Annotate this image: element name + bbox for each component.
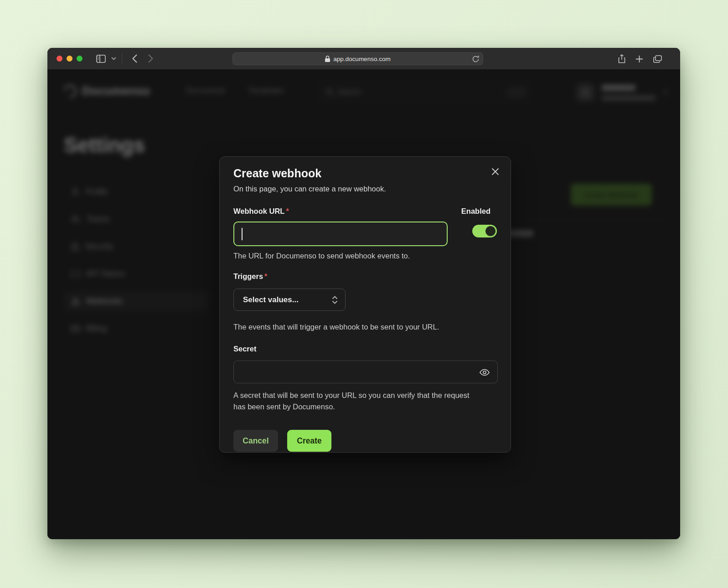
webhook-url-helper: The URL for Documenso to send webhook ev… <box>233 252 497 260</box>
triggers-label: Triggers* <box>233 272 497 281</box>
webhook-url-input[interactable] <box>233 222 448 246</box>
chevron-up-down-icon <box>332 296 338 304</box>
dialog-description: On this page, you can create a new webho… <box>233 185 497 193</box>
text-caret <box>242 228 243 240</box>
minimize-window-button[interactable] <box>67 56 72 62</box>
triggers-select[interactable]: Select values... <box>233 289 346 311</box>
app-page: Documenso Documents Templates Search <box>47 70 680 539</box>
zoom-window-button[interactable] <box>77 56 83 62</box>
new-tab-icon[interactable] <box>635 55 643 63</box>
cancel-button[interactable]: Cancel <box>233 430 278 452</box>
create-button[interactable]: Create <box>287 430 331 452</box>
address-bar[interactable]: app.documenso.com <box>232 52 483 65</box>
secret-input[interactable] <box>233 361 498 383</box>
reload-icon[interactable] <box>472 55 479 63</box>
secret-helper: A secret that will be sent to your URL s… <box>233 390 475 413</box>
browser-toolbar: app.documenso.com <box>47 48 680 70</box>
forward-button[interactable] <box>148 54 153 63</box>
enabled-toggle[interactable] <box>472 225 497 237</box>
enabled-label: Enabled <box>461 207 490 216</box>
tab-overview-icon[interactable] <box>653 55 662 63</box>
dialog-title: Create webhook <box>233 167 497 180</box>
address-bar-url: app.documenso.com <box>333 56 390 62</box>
toolbar-divider <box>122 54 122 64</box>
triggers-select-placeholder: Select values... <box>243 295 299 304</box>
webhook-url-label: Webhook URL* <box>233 207 289 216</box>
close-icon[interactable] <box>490 166 501 177</box>
create-webhook-dialog: Create webhook On this page, you can cre… <box>219 156 511 453</box>
sidebar-chevron-down-icon[interactable] <box>111 57 116 60</box>
required-asterisk: * <box>286 207 289 215</box>
eye-icon[interactable] <box>479 367 490 378</box>
traffic-lights <box>57 56 83 62</box>
triggers-helper: The events that will trigger a webhook t… <box>233 323 497 331</box>
lock-icon <box>325 56 330 62</box>
sidebar-toggle-icon[interactable] <box>96 55 106 63</box>
back-button[interactable] <box>132 54 137 63</box>
share-icon[interactable] <box>618 54 625 63</box>
toggle-knob <box>485 226 496 236</box>
required-asterisk: * <box>264 272 267 280</box>
secret-label: Secret <box>233 345 497 353</box>
browser-window: app.documenso.com <box>47 48 680 539</box>
close-window-button[interactable] <box>57 56 62 62</box>
